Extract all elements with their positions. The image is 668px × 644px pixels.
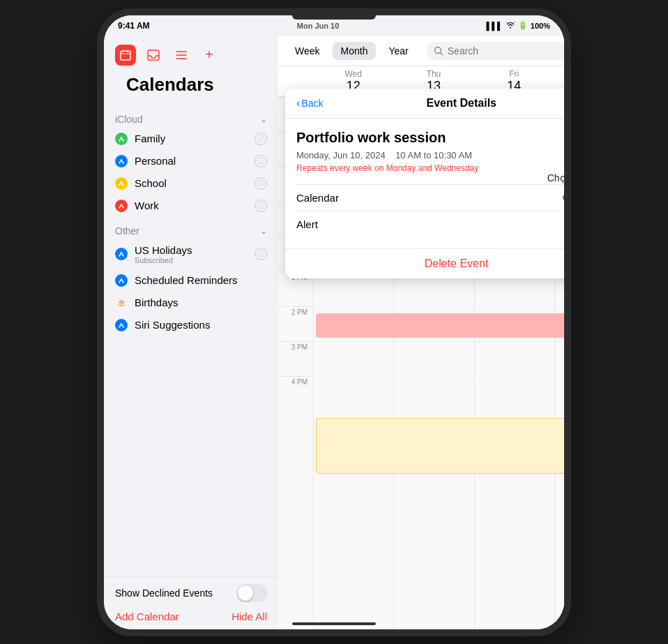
status-time: 9:41 AM	[118, 21, 150, 31]
chevron-left-icon: ‹	[296, 97, 300, 110]
list-item[interactable]: Personal ⓘ	[115, 150, 267, 172]
day-label-thu: Thu	[393, 69, 473, 79]
back-button[interactable]: ‹ Back	[296, 97, 323, 110]
birthdays-label: Birthdays	[135, 297, 267, 308]
home-indicator	[292, 622, 376, 625]
event-details-header: ‹ Back Event Details Edit	[285, 89, 564, 119]
icloud-label: iCloud	[115, 114, 143, 125]
siri-suggestions-dot	[115, 319, 128, 331]
work-label: Work	[135, 200, 248, 211]
icloud-section-header: iCloud ⌄	[115, 114, 267, 125]
month-view-button[interactable]: Month	[333, 42, 377, 60]
alert-field-label: Alert	[296, 218, 318, 230]
event-details-body: Portfolio work session Monday, Jun 10, 2…	[285, 119, 564, 248]
sidebar-title: Calendars	[115, 71, 267, 103]
event-time: Monday, Jun 10, 2024 10 AM to 10:30 AM	[296, 150, 564, 160]
alert-field: Alert None ⌃⌄	[296, 211, 564, 237]
status-bar: 9:41 AM Mon Jun 10 ▌▌▌ 🔋 100%	[104, 15, 564, 36]
sidebar-actions: Add Calendar Hide All	[115, 611, 267, 622]
time-slot: 4 PM	[278, 376, 313, 411]
svg-rect-2	[127, 50, 128, 52]
show-declined-label: Show Declined Events	[115, 587, 213, 599]
add-icon[interactable]: +	[199, 45, 220, 66]
search-input[interactable]	[448, 45, 564, 57]
add-calendar-button[interactable]: Add Calendar	[115, 611, 179, 622]
battery-pct: 100%	[531, 22, 550, 30]
list-item[interactable]: School ⓘ	[115, 172, 267, 195]
birthdays-dot: 🎂	[115, 297, 128, 309]
event-time-range: 10 AM to 10:30 AM	[395, 150, 472, 160]
school-label: School	[135, 177, 248, 189]
event-block-wed-2[interactable]	[316, 313, 564, 338]
time-slot: 2 PM	[278, 306, 313, 341]
calendar-field: Calendar Work ⌃⌄	[296, 184, 564, 211]
family-info-icon[interactable]: ⓘ	[255, 133, 267, 145]
calendar-field-label: Calendar	[296, 192, 339, 204]
us-holidays-dot	[115, 248, 128, 260]
list-item[interactable]: Work ⓘ	[115, 195, 267, 217]
event-date: Monday, Jun 10, 2024	[296, 150, 386, 160]
calendar-field-value[interactable]: Work ⌃⌄	[563, 192, 564, 204]
year-view-button[interactable]: Year	[380, 42, 416, 60]
event-repeat: Repeats every week on Monday and Wednesd…	[296, 163, 564, 173]
scheduled-reminders-label: Scheduled Reminders	[135, 274, 267, 286]
siri-suggestions-label: Siri Suggestions	[135, 319, 267, 331]
hide-all-button[interactable]: Hide All	[231, 611, 267, 622]
delete-event-button[interactable]: Delete Event	[285, 248, 564, 278]
calendar-icon[interactable]	[115, 45, 136, 66]
event-block-thu[interactable]	[316, 418, 564, 474]
show-declined-toggle[interactable]	[236, 584, 267, 602]
signal-icon: ▌▌▌	[486, 22, 502, 30]
event-details-panel: ‹ Back Event Details Edit Portfolio work…	[285, 89, 564, 278]
callout-text: Chọn lịch để xem.	[547, 172, 564, 184]
scheduled-reminders-dot	[115, 274, 128, 287]
personal-dot	[115, 155, 128, 167]
list-item[interactable]: Scheduled Reminders	[115, 269, 267, 292]
show-declined-row: Show Declined Events	[115, 584, 267, 602]
event-details-title: Event Details	[323, 97, 564, 110]
calendar-toolbar: Week Month Year Today	[278, 36, 564, 66]
sidebar-toolbar: +	[115, 45, 267, 66]
time-slot: 3 PM	[278, 341, 313, 376]
list-item[interactable]: US Holidays Subscribed ⓘ	[115, 239, 267, 269]
week-view-button[interactable]: Week	[287, 42, 328, 60]
back-label: Back	[301, 98, 323, 109]
family-dot	[115, 133, 128, 145]
status-date: Mon Jun 10	[297, 22, 340, 30]
event-name: Portfolio work session	[296, 130, 564, 146]
list-item[interactable]: 🎂 Birthdays	[115, 292, 267, 314]
calendar-panel: Week Month Year Today	[278, 36, 564, 629]
work-color-dot	[563, 194, 564, 201]
school-dot	[115, 177, 128, 190]
other-chevron[interactable]: ⌄	[260, 226, 267, 236]
sidebar-header: + Calendars	[104, 36, 278, 108]
battery-icon: 🔋	[518, 21, 528, 30]
us-holidays-stack: US Holidays Subscribed	[135, 244, 248, 264]
personal-label: Personal	[135, 155, 248, 167]
other-section-header: Other ⌄	[115, 225, 267, 237]
school-info-icon[interactable]: ⓘ	[255, 177, 267, 190]
status-right-icons: ▌▌▌ 🔋 100%	[486, 21, 550, 30]
svg-rect-0	[121, 51, 130, 60]
list-icon[interactable]	[171, 45, 192, 66]
sidebar-scroll: iCloud ⌄ Family ⓘ Personal ⓘ	[104, 108, 278, 576]
svg-rect-1	[123, 50, 124, 52]
day-label-fri: Fri	[474, 69, 554, 79]
svg-rect-3	[148, 50, 159, 60]
family-label: Family	[135, 133, 248, 144]
search-box	[427, 42, 564, 60]
list-item[interactable]: Family ⓘ	[115, 128, 267, 150]
wifi-icon	[506, 22, 515, 30]
icloud-chevron[interactable]: ⌄	[260, 114, 267, 124]
inbox-icon[interactable]	[143, 45, 164, 66]
us-holidays-info-icon[interactable]: ⓘ	[255, 248, 267, 260]
list-item[interactable]: Siri Suggestions	[115, 314, 267, 336]
work-info-icon[interactable]: ⓘ	[255, 200, 267, 212]
day-label-wed: Wed	[313, 69, 393, 79]
personal-info-icon[interactable]: ⓘ	[255, 155, 267, 167]
subscribed-label: Subscribed	[135, 256, 248, 264]
sidebar: + Calendars iCloud ⌄ Family ⓘ	[104, 36, 278, 629]
work-dot	[115, 200, 128, 212]
other-label: Other	[115, 225, 139, 237]
day-label-sat: Sat	[554, 69, 564, 79]
